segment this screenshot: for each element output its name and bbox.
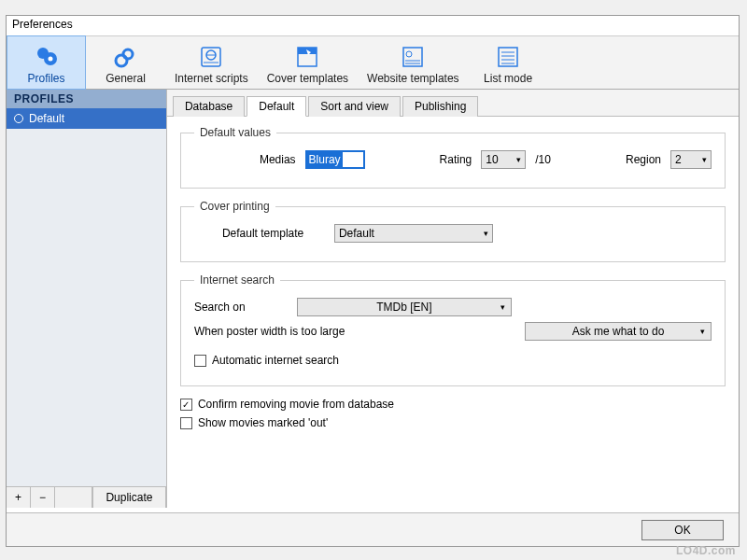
chevron-down-icon: ▾ [516, 155, 521, 164]
legend-default-values: Default values [194, 126, 276, 139]
rating-select[interactable]: 10▾ [481, 150, 526, 169]
add-profile-button[interactable]: + [7, 487, 31, 508]
toolbar-website-templates[interactable]: Website templates [358, 36, 469, 89]
default-template-label: Default template [222, 227, 325, 240]
fieldset-cover-printing: Cover printing Default template Default▾ [180, 200, 726, 262]
rating-label: Rating [440, 153, 472, 166]
watermark: LO4D.com [676, 544, 736, 557]
window-title: Preferences [7, 16, 739, 36]
sidebar-buttons: + − Duplicate [7, 486, 166, 508]
confirm-remove-checkbox[interactable]: ✓ Confirm removing movie from database [180, 398, 394, 411]
confirm-remove-label: Confirm removing movie from database [198, 398, 394, 411]
tab-sort-view[interactable]: Sort and view [308, 96, 401, 117]
search-on-label: Search on [194, 301, 288, 314]
cover-template-icon [294, 44, 320, 70]
checkbox-box [194, 355, 206, 367]
legend-cover-printing: Cover printing [194, 200, 275, 213]
toolbar-label: Cover templates [267, 72, 348, 85]
spacer-button [55, 487, 92, 508]
medias-label: Medias [260, 153, 296, 166]
toolbar-label: Website templates [367, 72, 459, 85]
sidebar-item-default[interactable]: Default [7, 108, 166, 129]
fieldset-internet-search: Internet search Search on TMDb [EN] ▾ Wh… [180, 273, 726, 386]
poster-width-select[interactable]: Ask me what to do ▾ [525, 322, 712, 341]
main-panel: Database Default Sort and view Publishin… [167, 90, 739, 508]
rating-suffix: /10 [535, 153, 551, 166]
svg-point-12 [406, 51, 412, 57]
auto-search-checkbox[interactable]: Automatic internet search [194, 354, 339, 367]
toolbar-label: Profiles [27, 72, 64, 85]
svg-point-4 [116, 55, 127, 66]
show-out-label: Show movies marked 'out' [198, 416, 328, 429]
ok-button[interactable]: OK [641, 520, 724, 540]
tab-body: Default values Medias Bluray Rating 10▾ … [167, 117, 739, 444]
sidebar-item-label: Default [29, 112, 64, 125]
toolbar-label: List mode [484, 72, 532, 85]
preferences-window: Preferences Profiles General Internet sc… [6, 15, 740, 547]
footer: OK [7, 512, 739, 546]
checkbox-box [180, 417, 192, 429]
tab-database[interactable]: Database [173, 96, 245, 117]
toolbar-label: Internet scripts [175, 72, 248, 85]
default-template-select[interactable]: Default▾ [334, 224, 493, 243]
duplicate-profile-button[interactable]: Duplicate [92, 487, 166, 508]
globe-script-icon [198, 44, 224, 70]
svg-point-2 [48, 57, 52, 62]
legend-internet-search: Internet search [194, 273, 280, 287]
chevron-down-icon: ▾ [702, 155, 707, 164]
poster-width-label: When poster width is too large [194, 325, 515, 338]
tab-publishing[interactable]: Publishing [402, 96, 478, 117]
chevron-down-icon: ▾ [484, 229, 488, 238]
medias-input[interactable]: Bluray [305, 150, 365, 169]
profiles-icon [34, 44, 60, 70]
gear-icon [113, 44, 139, 70]
body-area: PROFILES Default + − Duplicate Database … [7, 90, 739, 508]
fieldset-default-values: Default values Medias Bluray Rating 10▾ … [180, 126, 726, 189]
toolbar-general[interactable]: General [86, 36, 165, 89]
checkbox-box: ✓ [180, 399, 192, 411]
auto-search-label: Automatic internet search [212, 354, 339, 367]
toolbar-list-mode[interactable]: List mode [469, 36, 548, 89]
list-mode-icon [495, 44, 521, 70]
toolbar-label: General [106, 72, 146, 85]
sidebar: PROFILES Default + − Duplicate [7, 90, 167, 508]
radio-icon [14, 114, 23, 123]
chevron-down-icon: ▾ [500, 302, 505, 312]
show-out-checkbox[interactable]: Show movies marked 'out' [180, 416, 328, 429]
region-select[interactable]: 2▾ [670, 150, 712, 169]
toolbar-profiles[interactable]: Profiles [7, 35, 86, 90]
remove-profile-button[interactable]: − [31, 487, 55, 508]
toolbar-internet-scripts[interactable]: Internet scripts [165, 36, 258, 89]
region-label: Region [626, 153, 661, 166]
tabs: Database Default Sort and view Publishin… [167, 90, 739, 117]
search-on-select[interactable]: TMDb [EN] ▾ [297, 298, 512, 316]
website-template-icon [400, 44, 426, 70]
tab-default[interactable]: Default [247, 96, 306, 117]
chevron-down-icon: ▾ [700, 327, 705, 336]
main-toolbar: Profiles General Internet scripts Cover … [7, 36, 739, 90]
sidebar-header: PROFILES [7, 90, 166, 108]
toolbar-cover-templates[interactable]: Cover templates [258, 36, 358, 89]
